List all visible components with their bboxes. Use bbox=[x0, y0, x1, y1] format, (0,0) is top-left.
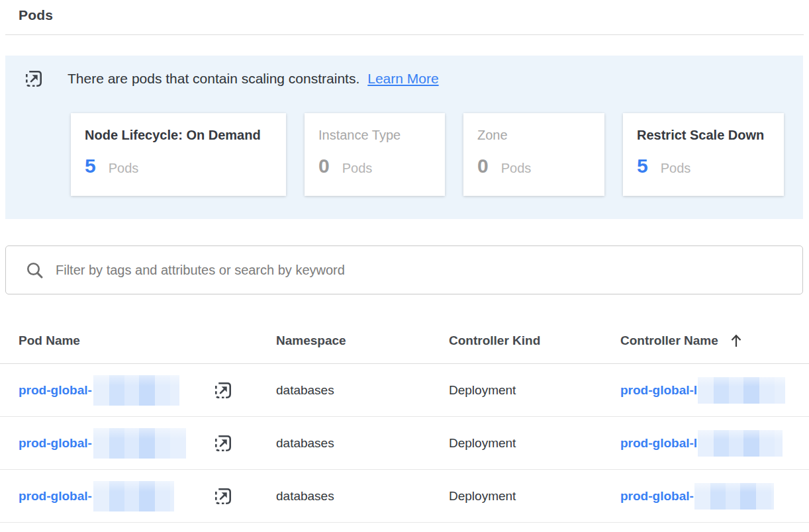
learn-more-link[interactable]: Learn More bbox=[367, 71, 438, 87]
card-instance-type[interactable]: Instance Type 0 Pods bbox=[305, 113, 445, 196]
scale-out-icon[interactable] bbox=[213, 433, 233, 453]
scaling-constraints-banner: There are pods that contain scaling cons… bbox=[5, 56, 803, 219]
scale-out-icon bbox=[24, 69, 44, 89]
redacted-pod-name bbox=[93, 428, 186, 459]
redacted-controller-name bbox=[698, 430, 783, 457]
card-zone[interactable]: Zone 0 Pods bbox=[463, 113, 604, 196]
card-title: Node Lifecycle: On Demand bbox=[85, 128, 273, 143]
pod-name-link[interactable]: prod-global- bbox=[19, 383, 92, 398]
card-unit: Pods bbox=[109, 161, 139, 176]
card-count: 0 bbox=[318, 155, 330, 177]
column-header-controller-kind[interactable]: Controller Kind bbox=[449, 333, 620, 348]
title-divider bbox=[5, 34, 804, 35]
table-row: prod-global- databases Deployment prod-g… bbox=[0, 470, 809, 523]
controller-name-link[interactable]: prod-global-l bbox=[620, 436, 697, 451]
table-row: prod-global- databases Deployment prod-g… bbox=[0, 364, 809, 417]
column-header-controller-name[interactable]: Controller Name bbox=[620, 333, 809, 349]
arrow-up-icon bbox=[729, 333, 743, 349]
redacted-controller-name bbox=[698, 377, 785, 404]
card-unit: Pods bbox=[501, 161, 532, 176]
namespace-cell: databases bbox=[276, 489, 449, 504]
pods-table: Pod Name Namespace Controller Kind Contr… bbox=[0, 318, 809, 523]
controller-name-link[interactable]: prod-global- bbox=[620, 489, 694, 504]
filter-search-bar bbox=[5, 245, 803, 294]
card-title: Zone bbox=[477, 128, 591, 143]
controller-kind-cell: Deployment bbox=[449, 436, 620, 451]
table-header-row: Pod Name Namespace Controller Kind Contr… bbox=[0, 318, 809, 364]
scale-out-icon[interactable] bbox=[213, 380, 233, 400]
card-unit: Pods bbox=[661, 161, 691, 176]
redacted-controller-name bbox=[694, 483, 774, 510]
card-count: 0 bbox=[477, 155, 489, 177]
card-restrict-scale-down[interactable]: Restrict Scale Down 5 Pods bbox=[623, 113, 784, 196]
column-header-pod-name[interactable]: Pod Name bbox=[19, 333, 276, 348]
constraint-cards: Node Lifecycle: On Demand 5 Pods Instanc… bbox=[71, 113, 803, 196]
controller-name-link[interactable]: prod-global-l bbox=[620, 383, 697, 398]
table-row: prod-global- databases Deployment prod-g… bbox=[0, 417, 809, 470]
redacted-pod-name bbox=[93, 375, 179, 406]
card-count: 5 bbox=[85, 155, 96, 177]
pods-page: Pods There are pods that contain scaling… bbox=[0, 0, 809, 532]
pod-name-link[interactable]: prod-global- bbox=[19, 489, 92, 504]
card-title: Restrict Scale Down bbox=[637, 128, 771, 143]
card-node-lifecycle[interactable]: Node Lifecycle: On Demand 5 Pods bbox=[71, 113, 286, 196]
card-count: 5 bbox=[637, 155, 648, 177]
card-unit: Pods bbox=[342, 161, 373, 176]
controller-kind-cell: Deployment bbox=[449, 489, 620, 504]
search-input[interactable] bbox=[56, 257, 802, 283]
namespace-cell: databases bbox=[276, 383, 449, 398]
column-header-namespace[interactable]: Namespace bbox=[276, 333, 449, 348]
redacted-pod-name bbox=[93, 481, 174, 511]
page-title: Pods bbox=[0, 0, 809, 23]
controller-kind-cell: Deployment bbox=[449, 383, 620, 398]
search-icon bbox=[26, 261, 44, 279]
banner-message: There are pods that contain scaling cons… bbox=[68, 71, 359, 87]
card-title: Instance Type bbox=[318, 128, 432, 143]
scale-out-icon[interactable] bbox=[213, 486, 233, 506]
banner-header: There are pods that contain scaling cons… bbox=[24, 69, 803, 89]
pod-name-link[interactable]: prod-global- bbox=[19, 436, 92, 451]
namespace-cell: databases bbox=[276, 436, 449, 451]
